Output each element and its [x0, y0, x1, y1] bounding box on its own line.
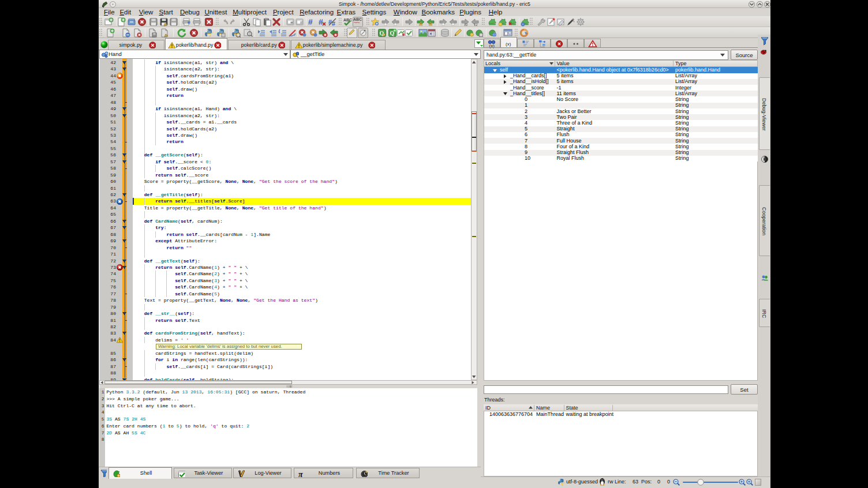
svg-text:12: 12 [474, 23, 478, 27]
svg-text:π: π [298, 470, 303, 477]
svg-text:ABC: ABC [353, 17, 362, 21]
svg-text:(x): (x) [506, 42, 511, 47]
svg-text:12: 12 [464, 23, 468, 27]
svg-text:#: # [308, 17, 313, 27]
